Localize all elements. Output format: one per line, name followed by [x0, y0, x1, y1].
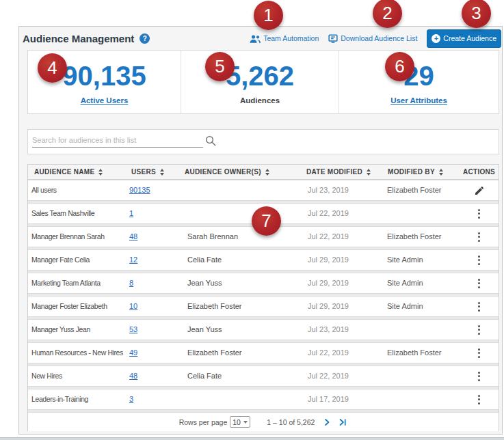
- modified-by-cell: Elizabeth Foster: [358, 343, 454, 363]
- users-count-link[interactable]: 53: [129, 325, 137, 333]
- table-row: New Hires 48 Celia Fate Jul 22, 2019: [28, 366, 499, 387]
- date-modified-cell: Jul 22, 2019: [282, 343, 358, 363]
- row-menu-icon[interactable]: [475, 253, 483, 268]
- table-row: Manager Foster Elizabeth 10 Elizabeth Fo…: [28, 296, 499, 317]
- active-users-link[interactable]: Active Users: [28, 96, 181, 105]
- row-menu-icon[interactable]: [475, 322, 483, 338]
- modified-by-cell: [358, 320, 454, 340]
- row-menu-icon[interactable]: [475, 299, 483, 314]
- modified-by-cell: Elizabeth Foster: [358, 180, 454, 200]
- date-modified-cell: Jul 29, 2019: [282, 273, 358, 293]
- download-icon: [328, 34, 338, 43]
- app-header: Audience Management ? Team Automation Do…: [19, 27, 502, 50]
- table-row: Manager Yuss Jean 53 Jean Yuss Jul 23, 2…: [28, 319, 499, 340]
- row-menu-icon[interactable]: [475, 230, 483, 245]
- date-modified-cell: Jul 29, 2019: [282, 297, 358, 316]
- audience-name-cell: Manager Fate Celia: [28, 250, 124, 270]
- audience-name-cell: New Hires: [28, 366, 124, 386]
- team-automation-label: Team Automation: [263, 34, 319, 42]
- audiences-table: AUDIENCE NAME USERS AUDIENCE OWNER(S) DA…: [27, 164, 499, 431]
- table-row: Human Resources - New Hires 49 Elizabeth…: [28, 342, 499, 363]
- column-header[interactable]: USERS: [124, 165, 183, 179]
- column-header[interactable]: DATE MODIFIED: [282, 165, 358, 179]
- toolbar: Team Automation Download Audience List +…: [250, 28, 501, 49]
- table-row: Manager Fate Celia 12 Celia Fate Jul 29,…: [28, 249, 499, 271]
- pagination-range: 1 – 10 of 5,262: [267, 418, 315, 426]
- stat-audiences: 5,262 Audiences: [181, 51, 339, 113]
- edit-icon[interactable]: [474, 185, 485, 196]
- audience-name-cell: All users: [28, 180, 124, 200]
- column-header[interactable]: AUDIENCE OWNER(S): [183, 165, 282, 179]
- download-audience-list-link[interactable]: Download Audience List: [328, 34, 417, 43]
- callout-badge-4: 4: [38, 53, 67, 83]
- column-header[interactable]: AUDIENCE NAME: [28, 165, 124, 179]
- users-count-link[interactable]: 48: [129, 372, 137, 380]
- audience-owner-cell: [183, 389, 282, 409]
- search-panel: [27, 129, 499, 154]
- rows-per-page-select[interactable]: 10: [230, 416, 250, 428]
- date-modified-cell: Jul 22, 2019: [282, 204, 358, 223]
- date-modified-cell: Jul 17, 2019: [282, 389, 358, 409]
- table-header-row: AUDIENCE NAME USERS AUDIENCE OWNER(S) DA…: [28, 165, 499, 180]
- date-modified-cell: Jul 22, 2019: [282, 227, 358, 247]
- create-audience-button[interactable]: + Create Audience: [427, 29, 501, 48]
- users-count-link[interactable]: 49: [129, 348, 137, 357]
- audience-owner-cell: Celia Fate: [183, 250, 282, 270]
- last-page-button[interactable]: [338, 418, 347, 426]
- audience-owner-cell: Jean Yuss: [183, 273, 282, 293]
- users-count-link[interactable]: 3: [129, 395, 133, 403]
- audience-owner-cell: [183, 180, 282, 200]
- users-count-link[interactable]: 48: [129, 232, 137, 240]
- plus-icon: +: [432, 34, 440, 43]
- chevron-last-icon: [338, 418, 347, 426]
- people-icon: [250, 34, 261, 43]
- team-automation-link[interactable]: Team Automation: [250, 34, 319, 43]
- row-menu-icon[interactable]: [475, 346, 483, 361]
- stat-user-attributes: 29 User Attributes: [339, 51, 499, 113]
- callout-badge-3: 3: [462, 0, 491, 28]
- row-menu-icon[interactable]: [475, 276, 483, 291]
- users-count-link[interactable]: 1: [129, 209, 133, 217]
- modified-by-cell: [358, 204, 454, 223]
- callout-badge-2: 2: [373, 0, 402, 28]
- users-count-link[interactable]: 8: [129, 279, 133, 287]
- chevron-right-icon: [323, 418, 331, 426]
- callout-badge-1: 1: [254, 1, 283, 30]
- page-title: Audience Management: [23, 33, 134, 44]
- column-header[interactable]: ACTIONS: [457, 165, 501, 179]
- modified-by-cell: Site Admin: [358, 250, 454, 270]
- next-page-button[interactable]: [323, 418, 331, 426]
- bottom-edge-bar: [0, 437, 504, 440]
- row-menu-icon[interactable]: [475, 392, 483, 407]
- table-row: Leaders-in-Training 3 Jul 17, 2019: [28, 389, 499, 410]
- audience-name-cell: Human Resources - New Hires: [28, 343, 124, 363]
- date-modified-cell: Jul 22, 2019: [282, 366, 358, 386]
- create-audience-label: Create Audience: [443, 34, 496, 42]
- sort-icon: [265, 169, 269, 176]
- sort-icon: [98, 169, 103, 176]
- rows-per-page-value: 10: [233, 418, 241, 426]
- callout-badge-7: 7: [252, 206, 281, 236]
- audience-owner-cell: Elizabeth Foster: [183, 343, 282, 363]
- modified-by-cell: [358, 366, 454, 386]
- sort-icon: [160, 169, 164, 176]
- help-icon[interactable]: ?: [140, 33, 150, 44]
- stats-panel: 90,135 Active Users 5,262 Audiences 29 U…: [27, 50, 499, 114]
- download-audience-list-label: Download Audience List: [341, 34, 417, 42]
- search-input[interactable]: [32, 133, 203, 148]
- date-modified-cell: Jul 23, 2019: [282, 180, 358, 200]
- users-count-link[interactable]: 90135: [129, 186, 150, 194]
- audience-owner-cell: Celia Fate: [183, 366, 282, 386]
- user-attributes-count: 29: [339, 61, 499, 91]
- modified-by-cell: Site Admin: [358, 273, 454, 293]
- row-menu-icon[interactable]: [475, 206, 483, 221]
- audience-name-cell: Marketing Team Atlanta: [28, 273, 124, 293]
- audience-name-cell: Manager Brennan Sarah: [28, 227, 124, 247]
- users-count-link[interactable]: 10: [129, 302, 137, 310]
- user-attributes-link[interactable]: User Attributes: [339, 96, 499, 105]
- search-icon[interactable]: [204, 135, 217, 147]
- row-menu-icon[interactable]: [475, 369, 483, 384]
- audience-name-cell: Leaders-in-Training: [28, 389, 124, 409]
- users-count-link[interactable]: 12: [129, 256, 137, 264]
- column-header[interactable]: MODIFIED BY: [358, 165, 454, 179]
